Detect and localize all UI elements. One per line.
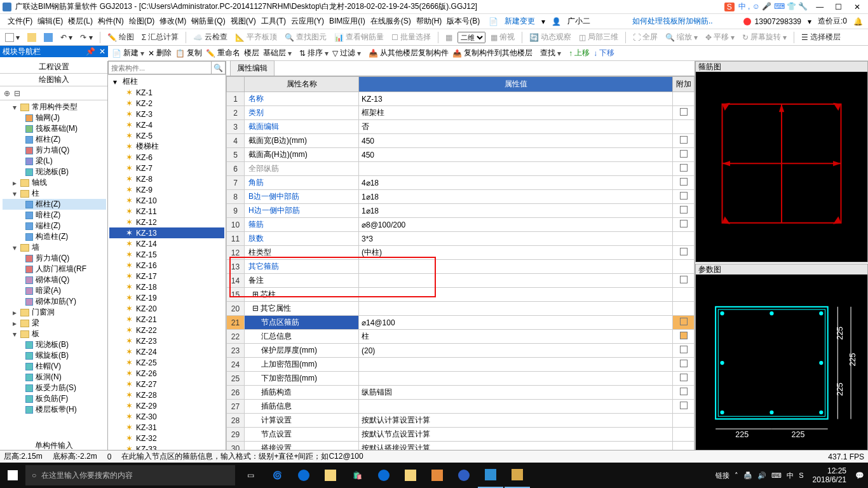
coin-icon[interactable]: 🔔 xyxy=(851,16,865,27)
tray-volume-icon[interactable]: 🔊 xyxy=(757,471,766,480)
property-row[interactable]: 6全部纵筋 xyxy=(227,162,695,176)
rename-button[interactable]: ✏️重命名 xyxy=(206,48,240,58)
member-item[interactable]: ✶KZ-16 xyxy=(109,260,224,271)
property-row[interactable]: 21节点区箍筋⌀14@100 xyxy=(227,316,695,330)
menu-item[interactable]: 工具(T) xyxy=(259,15,288,27)
collapse-icon[interactable]: ⊟ xyxy=(14,89,20,98)
delete-button[interactable]: ✕删除 xyxy=(148,48,172,58)
tree-item[interactable]: ▾墙 xyxy=(3,242,106,253)
tree-item[interactable]: 框柱(Z) xyxy=(3,134,106,145)
property-row[interactable]: 14备注 xyxy=(227,274,695,288)
pan-button[interactable]: ✥平移▾ xyxy=(703,30,737,44)
tree-item[interactable]: ▾常用构件类型 xyxy=(3,102,106,112)
menu-item[interactable]: 版本号(B) xyxy=(444,15,482,27)
property-row[interactable]: 20⊟ 其它属性 xyxy=(227,302,695,316)
tree-item[interactable]: 螺旋板(B) xyxy=(3,350,106,361)
member-item[interactable]: ✶KZ-25 xyxy=(109,357,224,368)
copy-button[interactable]: 📋复制 xyxy=(175,48,202,58)
member-item[interactable]: ✶KZ-21 xyxy=(109,314,224,325)
tree-item[interactable]: 剪力墙(Q) xyxy=(3,253,106,264)
select-floor-button[interactable]: ☰选择楼层 xyxy=(799,30,843,44)
member-item[interactable]: ✶KZ-27 xyxy=(109,379,224,390)
menu-item[interactable]: BIM应用(I) xyxy=(327,15,368,27)
member-item[interactable]: ✶KZ-19 xyxy=(109,292,224,303)
member-item[interactable]: ✶KZ-12 xyxy=(109,217,224,227)
edge-icon[interactable] xyxy=(291,463,316,488)
member-item[interactable]: ✶KZ-4 xyxy=(109,119,224,130)
tray-ime-icon[interactable]: 中 xyxy=(787,471,794,480)
tree-item[interactable]: ▸门窗洞 xyxy=(3,307,106,318)
open-button[interactable] xyxy=(25,32,39,43)
tree-item[interactable]: 筏板基础(M) xyxy=(3,123,106,134)
member-item[interactable]: ✶KZ-18 xyxy=(109,281,224,292)
tree-item[interactable]: ▸梁 xyxy=(3,318,106,329)
stirrup-canvas[interactable] xyxy=(696,72,867,262)
category-tree[interactable]: ▾常用构件类型轴网(J)筏板基础(M)框柱(Z)剪力墙(Q)梁(L)现浇板(B)… xyxy=(0,100,107,440)
save-button[interactable] xyxy=(41,32,55,43)
view-rebar-button[interactable]: 📊查看钢筋量 xyxy=(332,30,386,44)
move-down-button[interactable]: ↓下移 xyxy=(593,48,614,58)
tree-item[interactable]: 端柱(Z) xyxy=(3,220,106,231)
find-button[interactable]: 查找 xyxy=(540,48,561,58)
app3-icon[interactable] xyxy=(478,463,503,488)
tree-item[interactable]: 暗梁(A) xyxy=(3,285,106,296)
zoom-button[interactable]: 🔍缩放▾ xyxy=(663,30,700,44)
move-up-button[interactable]: ↑上移 xyxy=(569,48,590,58)
property-row[interactable]: 26插筋构造纵筋锚固 xyxy=(227,386,695,400)
menu-item[interactable]: 绘图(D) xyxy=(126,15,158,27)
property-row[interactable]: 8B边一侧中部筋1⌀18 xyxy=(227,190,695,204)
minimize-button[interactable]: — xyxy=(811,3,828,11)
menu-item[interactable]: 视图(V) xyxy=(228,15,259,27)
undo-button[interactable]: ↶ ▾ xyxy=(58,32,75,43)
member-item[interactable]: ✶KZ-31 xyxy=(109,422,224,433)
property-row[interactable]: 25下加密范围(mm) xyxy=(227,372,695,386)
topview-button[interactable]: ▦俯视 xyxy=(488,30,517,44)
sort-button[interactable]: ⇅排序 xyxy=(299,48,329,58)
tray-up-icon[interactable]: ˄ xyxy=(735,471,738,480)
maximize-button[interactable]: ☐ xyxy=(831,3,847,11)
menu-item[interactable]: 钢筋量(Q) xyxy=(189,15,227,27)
local-3d-button[interactable]: ◫局部三维 xyxy=(576,30,621,44)
tree-item[interactable]: 柱帽(V) xyxy=(3,361,106,372)
engineering-settings-button[interactable]: 工程设置 xyxy=(0,61,107,74)
tree-item[interactable]: 砌体墙(Q) xyxy=(3,274,106,285)
property-row[interactable]: 1名称KZ-13 xyxy=(227,92,695,106)
redo-button[interactable]: ↷ ▾ xyxy=(78,32,95,43)
rotate-button[interactable]: ↻屏幕旋转▾ xyxy=(740,30,789,44)
member-item[interactable]: ✶KZ-5 xyxy=(109,130,224,141)
property-grid[interactable]: 属性名称 属性值 附加 1名称KZ-132类别框架柱3截面编辑否4截面宽(B边)… xyxy=(226,76,695,465)
property-row[interactable]: 9H边一侧中部筋1⌀18 xyxy=(227,204,695,218)
property-row[interactable]: 13其它箍筋 xyxy=(227,260,695,274)
member-item[interactable]: ✶KZ-13 xyxy=(109,227,224,238)
tree-item[interactable]: 砌体加筋(Y) xyxy=(3,296,106,307)
flat-top-button[interactable]: 📐平齐板顶 xyxy=(233,30,280,44)
pin-icon[interactable]: 📌 xyxy=(86,47,95,56)
member-item[interactable]: ✶KZ-7 xyxy=(109,163,224,173)
tree-item[interactable]: 人防门框墙(RF xyxy=(3,264,106,274)
filter-button[interactable]: ▽过滤 xyxy=(332,48,361,58)
tree-item[interactable]: 板负筋(F) xyxy=(3,393,106,404)
notifications-icon[interactable]: 💬 xyxy=(855,471,864,480)
property-row[interactable]: 29节点设置按默认节点设置计算 xyxy=(227,428,695,442)
tree-item[interactable]: 构造柱(Z) xyxy=(3,231,106,242)
floor-select[interactable]: 基础层 xyxy=(263,48,292,58)
link-label[interactable]: 链接 xyxy=(715,471,729,480)
user-name[interactable]: 广小二 xyxy=(565,15,593,28)
tray-sogou-icon[interactable]: S xyxy=(799,471,803,479)
fullscreen-button[interactable]: ⛶全屏 xyxy=(630,30,660,44)
new-button[interactable]: 📄新建 xyxy=(112,48,144,58)
tray-keyboard-icon[interactable]: ⌨ xyxy=(771,471,782,480)
member-item[interactable]: ✶KZ-24 xyxy=(109,346,224,357)
phone-dropdown-icon[interactable]: ▾ xyxy=(805,16,814,27)
app2-icon[interactable] xyxy=(451,463,477,488)
find-element-button[interactable]: 🔍查找图元 xyxy=(282,30,329,44)
ime-badge[interactable]: S xyxy=(724,3,735,11)
property-row[interactable]: 12柱类型(中柱) xyxy=(227,246,695,260)
store-icon[interactable]: 🛍️ xyxy=(344,463,370,488)
tab-property-edit[interactable]: 属性编辑 xyxy=(230,60,275,76)
member-tree[interactable]: ▾框柱✶KZ-1✶KZ-2✶KZ-3✶KZ-4✶KZ-5✶楼梯柱✶KZ-6✶KZ… xyxy=(108,75,226,465)
property-row[interactable]: 11肢数3*3 xyxy=(227,232,695,246)
swirl-icon[interactable]: 🌀 xyxy=(264,463,290,488)
member-item[interactable]: ✶KZ-10 xyxy=(109,195,224,206)
tree-item[interactable]: 楼层板带(H) xyxy=(3,404,106,415)
